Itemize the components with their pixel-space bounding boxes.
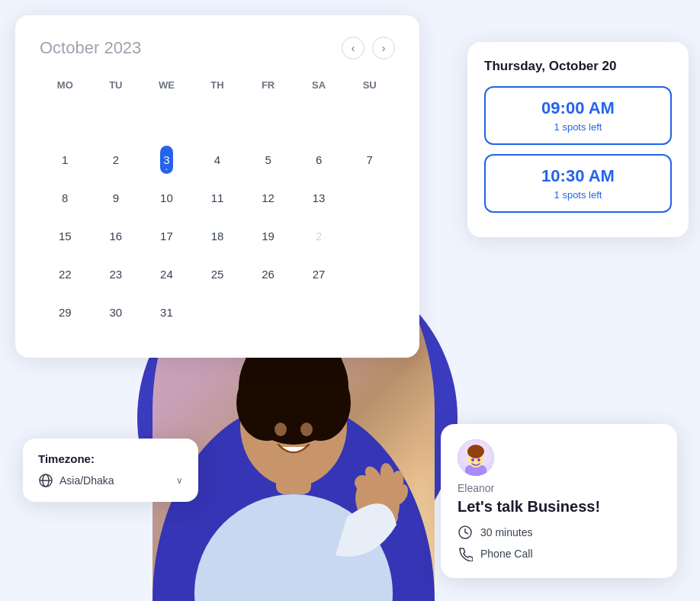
calendar-day-5[interactable]: 5: [262, 146, 274, 174]
calendar-week-4: 15 16 17 18 19 2: [40, 219, 395, 252]
timeslot-spots-2: 1 spots left: [498, 189, 658, 201]
calendar-day[interactable]: [62, 114, 68, 129]
timeslot-item-2[interactable]: 10:30 AM 1 spots left: [484, 154, 672, 213]
timezone-card: Timezone: Asia/Dhaka ∨: [23, 439, 198, 502]
phone-icon: [458, 546, 473, 561]
meeting-title: Let's talk Business!: [458, 497, 660, 516]
calendar-week-1: [40, 104, 395, 138]
timezone-value: Asia/Dhaka: [59, 474, 170, 487]
calendar-day-empty[interactable]: [367, 190, 373, 205]
calendar-day-19[interactable]: 19: [258, 222, 278, 250]
meeting-type: Phone Call: [480, 548, 533, 560]
calendar-day-12[interactable]: 12: [258, 184, 278, 212]
calendar-day-27[interactable]: 27: [310, 260, 329, 288]
calendar-day-empty2[interactable]: [367, 228, 373, 243]
svg-point-25: [477, 458, 480, 461]
globe-icon: [38, 473, 53, 488]
timeslot-card: Thursday, October 20 09:00 AM 1 spots le…: [467, 42, 689, 237]
calendar-day[interactable]: [214, 114, 220, 129]
calendar-day-2[interactable]: 2: [110, 146, 122, 174]
meeting-card: Eleanor Let's talk Business! 30 minutes …: [441, 424, 677, 578]
calendar-card: October 2023 ‹ › MO TU WE TH FR SA SU: [15, 15, 419, 358]
clock-icon: [458, 525, 473, 540]
day-header-we: WE: [141, 76, 192, 100]
day-header-mo: MO: [40, 76, 91, 100]
calendar-day-e2[interactable]: [265, 304, 271, 320]
calendar-day-26[interactable]: 26: [258, 260, 278, 288]
calendar-header: October 2023 ‹ ›: [40, 37, 395, 59]
calendar-day-9[interactable]: 9: [110, 184, 122, 212]
calendar-day-empty3[interactable]: [367, 266, 373, 281]
timeslot-spots-1: 1 spots left: [498, 121, 658, 133]
calendar-week-3: 8 9 10 11 12 13: [40, 181, 395, 214]
calendar-day-13[interactable]: 13: [310, 184, 329, 212]
timeslot-time-1: 09:00 AM: [498, 98, 658, 118]
calendar-day-18[interactable]: 18: [208, 222, 227, 250]
calendar-day-23[interactable]: 23: [107, 260, 126, 288]
calendar-day-e1[interactable]: [214, 304, 220, 320]
calendar-day-17[interactable]: 17: [157, 222, 176, 250]
meeting-duration: 30 minutes: [480, 526, 532, 538]
calendar-day-31[interactable]: 31: [157, 298, 176, 326]
day-header-tu: TU: [91, 76, 142, 100]
svg-point-9: [275, 423, 287, 436]
meeting-avatar: [458, 439, 494, 476]
calendar-week-5: 22 23 24 25 26 27: [40, 257, 395, 291]
calendar-day-headers: MO TU WE TH FR SA SU: [40, 76, 395, 100]
calendar-day-e3[interactable]: [316, 304, 322, 320]
meeting-organizer: Eleanor: [458, 482, 660, 494]
calendar-day-4[interactable]: 4: [211, 146, 223, 174]
day-header-fr: FR: [242, 76, 294, 100]
timeslot-item-1[interactable]: 09:00 AM 1 spots left: [484, 86, 672, 145]
calendar-day-24[interactable]: 24: [157, 260, 176, 288]
calendar-day-6[interactable]: 6: [313, 146, 325, 174]
calendar-week-2: 1 2 3 4 5 6 7: [40, 143, 395, 176]
next-month-button[interactable]: ›: [372, 37, 395, 59]
calendar-day[interactable]: [316, 114, 322, 129]
calendar-day-8[interactable]: 8: [59, 184, 71, 212]
calendar-day-e4[interactable]: [367, 304, 373, 320]
calendar-day[interactable]: [367, 114, 373, 129]
day-header-sa: SA: [294, 76, 345, 100]
calendar-day-30[interactable]: 30: [107, 298, 126, 326]
calendar-day-25[interactable]: 25: [208, 260, 227, 288]
timezone-label: Timezone:: [38, 452, 183, 465]
timeslot-time-2: 10:30 AM: [498, 166, 658, 186]
svg-point-23: [467, 445, 484, 458]
calendar-day-15[interactable]: 15: [56, 222, 75, 250]
calendar-day[interactable]: [113, 114, 119, 129]
day-header-su: SU: [344, 76, 395, 100]
calendar-day[interactable]: [265, 114, 271, 129]
calendar-title: October 2023: [40, 38, 141, 58]
calendar-grid: MO TU WE TH FR SA SU 1 2 3 4 5 6 7: [40, 76, 395, 329]
prev-month-button[interactable]: ‹: [342, 37, 364, 59]
day-header-th: TH: [192, 76, 243, 100]
calendar-day-1[interactable]: 1: [59, 146, 71, 174]
meeting-type-detail: Phone Call: [458, 546, 660, 561]
chevron-down-icon: ∨: [176, 475, 183, 486]
calendar-month: October: [40, 38, 99, 57]
calendar-day-2x[interactable]: 2: [313, 222, 325, 250]
calendar-nav: ‹ ›: [342, 37, 395, 59]
svg-point-10: [300, 423, 313, 436]
timezone-selector[interactable]: Asia/Dhaka ∨: [38, 473, 183, 488]
calendar-day-22[interactable]: 22: [56, 260, 75, 288]
calendar-week-6: 29 30 31: [40, 295, 395, 329]
meeting-duration-detail: 30 minutes: [458, 525, 660, 540]
calendar-year: 2023: [104, 38, 141, 57]
calendar-day[interactable]: [163, 114, 169, 129]
calendar-day-11[interactable]: 11: [208, 184, 227, 212]
timeslot-date: Thursday, October 20: [484, 59, 672, 74]
calendar-day-7[interactable]: 7: [364, 146, 376, 174]
calendar-day-29[interactable]: 29: [56, 298, 75, 326]
calendar-day-3[interactable]: 3: [160, 146, 172, 174]
calendar-day-16[interactable]: 16: [107, 222, 126, 250]
svg-point-24: [471, 458, 474, 461]
calendar-day-10[interactable]: 10: [157, 184, 176, 212]
